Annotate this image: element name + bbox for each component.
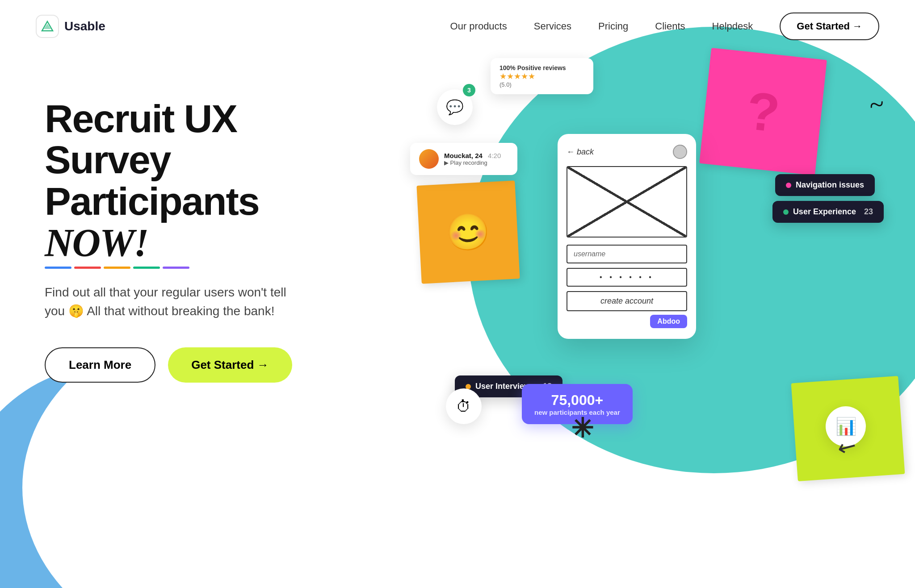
- navigation: Usable Our products Services Pricing Cli…: [0, 0, 915, 53]
- review-title: 100% Positive reviews: [499, 64, 584, 71]
- illustration-area: ? 😊 ← back username • • • • • • create a…: [410, 45, 902, 513]
- hero-headline: Recruit UX Survey Participants NOW!: [45, 98, 340, 264]
- recording-avatar: [419, 149, 439, 169]
- nav-clients[interactable]: Clients: [655, 21, 685, 32]
- recording-name: Mouckat, 24 4:20: [444, 152, 501, 159]
- review-score: (5.0): [499, 81, 584, 88]
- brand-name: Usable: [64, 19, 105, 33]
- phone-back-label: ← back: [567, 147, 594, 157]
- sticky-note-pink: ?: [699, 48, 827, 175]
- logo-icon: [36, 15, 59, 38]
- ux-experience-card: User Experience 23: [772, 201, 884, 223]
- abdoo-badge: Abdoo: [650, 315, 687, 328]
- sticky-note-orange: 😊: [416, 180, 520, 284]
- review-stars: ★★★★★: [499, 71, 584, 81]
- wireframe-image: [567, 166, 687, 238]
- hero-description: Find out all that your regular users won…: [45, 283, 304, 321]
- asterisk-decoration: ✳: [571, 415, 593, 442]
- scribble-decoration: ~: [867, 88, 886, 121]
- phone-mockup: ← back username • • • • • • create accou…: [558, 134, 696, 339]
- chat-badge-count: 3: [463, 84, 475, 96]
- get-started-button[interactable]: Get Started →: [168, 347, 292, 383]
- nav-get-started-button[interactable]: Get Started →: [780, 13, 879, 40]
- dot-green-icon: [783, 209, 789, 215]
- phone-avatar: [673, 145, 687, 159]
- recording-action: ▶ Play recording: [444, 159, 501, 166]
- learn-more-button[interactable]: Learn More: [45, 347, 155, 383]
- hero-underline: [45, 267, 340, 269]
- hero-buttons: Learn More Get Started →: [45, 347, 340, 383]
- phone-create-account: create account: [567, 291, 687, 311]
- participants-number: 75,000+: [534, 392, 620, 409]
- phone-username-field: username: [567, 245, 687, 263]
- nav-issues-card: Navigation issues: [775, 174, 875, 196]
- nav-links: Our products Services Pricing Clients He…: [450, 21, 753, 32]
- nav-helpdesk[interactable]: Helpdesk: [712, 21, 753, 32]
- review-card: 100% Positive reviews ★★★★★ (5.0): [491, 58, 593, 94]
- logo[interactable]: Usable: [36, 15, 105, 38]
- nav-pricing[interactable]: Pricing: [598, 21, 628, 32]
- dot-red-icon: [786, 183, 791, 188]
- nav-services[interactable]: Services: [534, 21, 571, 32]
- hero-section: Recruit UX Survey Participants NOW! Find…: [45, 98, 340, 383]
- recording-card: Mouckat, 24 4:20 ▶ Play recording: [410, 143, 517, 175]
- nav-our-products[interactable]: Our products: [450, 21, 507, 32]
- timer-icon: ⏱: [446, 388, 482, 424]
- phone-password-field: • • • • • •: [567, 268, 687, 287]
- ux-count: 23: [864, 207, 873, 217]
